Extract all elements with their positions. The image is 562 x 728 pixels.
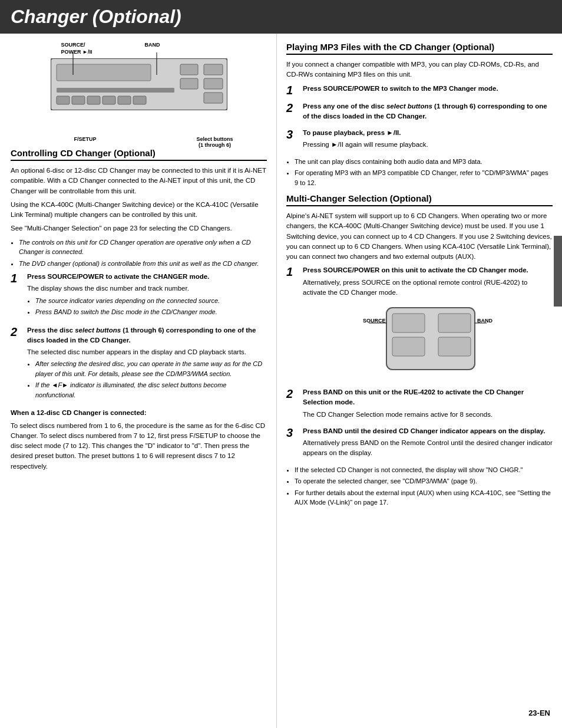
controlling-bullet-2: The DVD changer (optional) is controllab… xyxy=(19,259,267,269)
controlling-bullet-1: The controls on this unit for CD Changer… xyxy=(19,238,267,257)
mp3-bullet-2: For operating MP3 with an MP3 compatible… xyxy=(295,168,553,187)
mp3-step-3-detail: Pressing ►/II again will resume playback… xyxy=(303,140,553,150)
when-12-disc-heading: When a 12-disc CD Changer is connected: xyxy=(11,408,267,418)
section-controlling-title: Controlling CD Changer (Optional) xyxy=(11,148,267,158)
step-2-controlling: 2 Press the disc select buttons (1 throu… xyxy=(11,325,267,404)
step-2-detail: The selected disc number appears in the … xyxy=(27,347,267,357)
svg-rect-7 xyxy=(118,96,131,104)
mp3-step-3-number: 3 xyxy=(286,128,299,141)
mp3-bullet-1: The unit can play discs containing both … xyxy=(295,157,553,167)
mp3-step-2-text: Press any one of the disc select buttons… xyxy=(303,101,553,122)
svg-rect-9 xyxy=(180,64,198,75)
section-controlling-header: Controlling CD Changer (Optional) xyxy=(11,148,267,161)
step-1-main: Press SOURCE/POWER to activate the CHANG… xyxy=(27,272,267,282)
multi-step-1: 1 Press SOURCE/POWER on this unit to act… xyxy=(286,265,553,383)
mp3-step-1-content: Press SOURCE/POWER to switch to the MP3 … xyxy=(303,84,553,95)
page-title: Changer (Optional) xyxy=(11,6,551,28)
multi-step-1-main: Press SOURCE/POWER on this unit to activ… xyxy=(303,265,553,275)
mp3-intro: If you connect a changer compatible with… xyxy=(286,60,553,80)
cd-unit-illustration xyxy=(51,58,227,110)
multi-step-3-content: Press BAND until the desired CD Changer … xyxy=(303,426,553,460)
svg-rect-20 xyxy=(438,337,471,356)
multi-step-3-number: 3 xyxy=(286,426,299,439)
two-column-layout: SOURCE/POWER ►/II BAND xyxy=(0,34,562,728)
multi-step-2: 2 Press BAND on this unit or the RUE-420… xyxy=(286,387,553,421)
svg-rect-5 xyxy=(87,96,100,104)
controlling-bullets: The controls on this unit for CD Changer… xyxy=(19,238,267,269)
svg-rect-12 xyxy=(204,78,223,89)
multi-step-2-detail: The CD Changer Selection mode remains ac… xyxy=(303,410,553,420)
mp3-step-1: 1 Press SOURCE/POWER to switch to the MP… xyxy=(286,84,553,97)
multichanger-bullets: If the selected CD Changer is not connec… xyxy=(295,465,553,508)
page-number-text: 23 xyxy=(528,709,537,717)
label-select-buttons: Select buttons(1 through 6) xyxy=(196,136,233,148)
controlling-intro3: See "Multi-Changer Selection" on page 23… xyxy=(11,223,267,233)
left-column: SOURCE/POWER ►/II BAND xyxy=(0,34,277,728)
section-multichanger-header: Multi-Changer Selection (Optional) xyxy=(286,193,553,206)
step-1-number: 1 xyxy=(11,272,24,285)
svg-rect-13 xyxy=(204,93,223,103)
multi-step-1-detail: Alternatively, press SOURCE on the optio… xyxy=(303,278,553,298)
step-2-number: 2 xyxy=(11,325,24,338)
svg-rect-11 xyxy=(204,64,223,75)
step-2-bullet-2: If the ◄F► indicator is illuminated, the… xyxy=(35,380,267,400)
controlling-intro2: Using the KCA-400C (Multi-Changer Switch… xyxy=(11,200,267,220)
sidebar-tab xyxy=(554,236,562,307)
controlling-intro1: An optional 6-disc or 12-disc CD Changer… xyxy=(11,166,267,196)
step-2-main: Press the disc select buttons (1 through… xyxy=(27,325,267,346)
svg-rect-3 xyxy=(57,96,70,104)
step-2-content: Press the disc select buttons (1 through… xyxy=(27,325,267,404)
step-1-bullet-2: Press BAND to switch the Disc mode in th… xyxy=(35,307,267,317)
remote-label-band: BAND xyxy=(477,318,492,324)
mp3-step-1-text: Press SOURCE/POWER to switch to the MP3 … xyxy=(303,84,553,94)
remote-unit-svg xyxy=(363,305,492,375)
section-multichanger-title: Multi-Changer Selection (Optional) xyxy=(286,193,553,203)
label-source-power: SOURCE/POWER ►/II xyxy=(61,42,92,55)
cd-unit-diagram-area: SOURCE/POWER ►/II BAND xyxy=(11,42,267,124)
step-2-bullets: After selecting the desired disc, you ca… xyxy=(35,359,267,400)
svg-rect-2 xyxy=(57,88,174,93)
section-mp3-title: Playing MP3 Files with the CD Changer (O… xyxy=(286,42,553,52)
mp3-step-2: 2 Press any one of the disc select butto… xyxy=(286,101,553,124)
multi-step-3-main: Press BAND until the desired CD Changer … xyxy=(303,426,553,436)
step-1-content: Press SOURCE/POWER to activate the CHANG… xyxy=(27,272,267,321)
diagram-wrapper: SOURCE/POWER ►/II BAND xyxy=(39,42,239,124)
mp3-step-3-main: To pause playback, press ►/II. xyxy=(303,128,553,138)
section-mp3-header: Playing MP3 Files with the CD Changer (O… xyxy=(286,42,553,55)
multi-step-1-content: Press SOURCE/POWER on this unit to activ… xyxy=(303,265,553,383)
mp3-step-3-content: To pause playback, press ►/II. Pressing … xyxy=(303,128,553,152)
multi-step-3-detail: Alternatively press BAND on the Remote C… xyxy=(303,438,553,459)
page-suffix: -EN xyxy=(537,709,550,717)
svg-rect-17 xyxy=(392,314,425,332)
title-bar: Changer (Optional) xyxy=(0,0,562,34)
cd-unit-svg xyxy=(51,58,227,110)
svg-rect-8 xyxy=(133,96,146,104)
multi-step-2-content: Press BAND on this unit or the RUE-4202 … xyxy=(303,387,553,421)
step-1-bullets: The source indicator varies depending on… xyxy=(35,296,267,317)
step-2-bullet-1: After selecting the desired disc, you ca… xyxy=(35,359,267,378)
svg-rect-6 xyxy=(103,96,115,104)
when-12-disc-text: To select discs numbered from 1 to 6, th… xyxy=(11,421,267,472)
remote-diagram-container: SOURCE BAND xyxy=(363,305,492,375)
multichanger-bullet-3: For further details about the external i… xyxy=(295,488,553,508)
svg-rect-1 xyxy=(57,64,151,81)
multi-step-2-number: 2 xyxy=(286,387,299,400)
multi-step-2-main: Press BAND on this unit or the RUE-4202 … xyxy=(303,387,553,408)
svg-rect-10 xyxy=(180,78,198,89)
multichanger-intro: Alpine's Ai-NET system will support up t… xyxy=(286,211,553,262)
label-fsetup: F/SETUP xyxy=(74,136,97,142)
remote-label-source: SOURCE xyxy=(363,318,386,324)
multichanger-bullet-1: If the selected CD Changer is not connec… xyxy=(295,465,553,475)
multichanger-bullet-2: To operate the selected changer, see "CD… xyxy=(295,476,553,486)
step-1-bullet-1: The source indicator varies depending on… xyxy=(35,296,267,306)
multi-step-1-number: 1 xyxy=(286,265,299,278)
page-container: Changer (Optional) SOURCE/POWER ►/II BAN… xyxy=(0,0,562,728)
mp3-step-1-number: 1 xyxy=(286,84,299,97)
section-controlling-area: Controlling CD Changer (Optional) An opt… xyxy=(11,148,267,472)
mp3-step-3: 3 To pause playback, press ►/II. Pressin… xyxy=(286,128,553,152)
mp3-step-2-number: 2 xyxy=(286,101,299,114)
page-number-area: 23-EN xyxy=(528,705,550,719)
step-1-controlling: 1 Press SOURCE/POWER to activate the CHA… xyxy=(11,272,267,321)
step-1-detail: The display shows the disc number and tr… xyxy=(27,284,267,294)
mp3-bullets: The unit can play discs containing both … xyxy=(295,157,553,188)
